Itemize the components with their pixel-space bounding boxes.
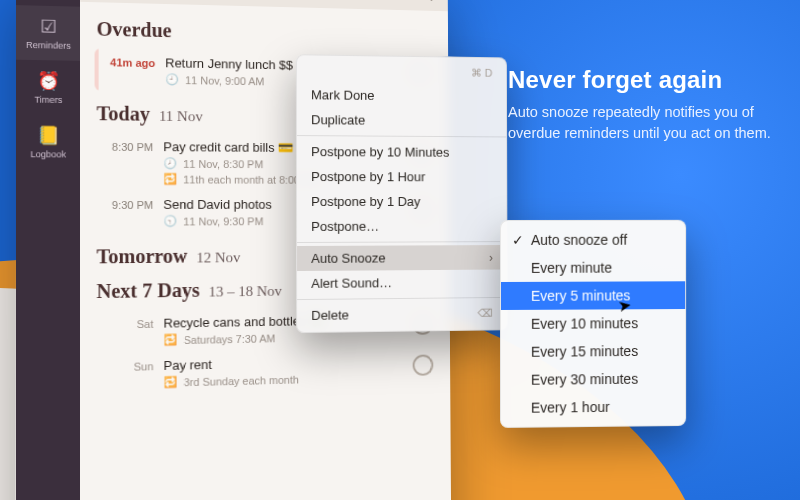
repeat-icon: 🔁: [163, 173, 177, 186]
submenu-label: Auto snooze off: [531, 232, 627, 248]
menu-item-delete[interactable]: Delete ⌫: [297, 301, 507, 328]
sidebar-item-logbook[interactable]: 📒 Logbook: [16, 114, 80, 169]
sidebar-item-label: Logbook: [30, 149, 66, 159]
repeat-icon: 🔁: [163, 333, 177, 346]
menu-label: Auto Snooze: [311, 251, 385, 266]
section-title: Overdue: [97, 18, 172, 41]
submenu-label: Every 15 minutes: [531, 343, 638, 360]
menu-label: Alert Sound…: [311, 275, 392, 291]
menu-separator: [297, 297, 506, 300]
submenu-item-1m[interactable]: Every minute: [501, 254, 685, 282]
menu-label: Mark Done: [311, 87, 375, 103]
chevron-right-icon: ›: [489, 250, 493, 264]
submenu-item-1h[interactable]: Every 1 hour: [501, 392, 685, 422]
chevron-down-icon[interactable]: ⌄: [426, 0, 436, 3]
sidebar-item-timers[interactable]: ⏰ Timers: [16, 60, 80, 115]
clock-icon: 🕤: [163, 215, 177, 228]
menu-label: Postpone by 1 Hour: [311, 169, 425, 184]
menu-item-auto-snooze[interactable]: Auto Snooze ›: [297, 245, 506, 271]
shortcut-label: ⌫: [478, 307, 494, 320]
menu-shortcut-hint: ⌘ D: [297, 59, 506, 85]
section-subtitle: 13 – 18 Nov: [209, 283, 282, 299]
clock-icon: 🕗: [163, 157, 177, 170]
reminder-datetime: 11 Nov, 8:30 PM: [183, 158, 263, 170]
clock-icon: 🕘: [165, 73, 179, 86]
menu-item-postpone-custom[interactable]: Postpone…: [297, 214, 506, 239]
reminder-datetime: 11 Nov, 9:30 PM: [183, 215, 263, 227]
list-item[interactable]: Sun Pay rent 🔁 3rd Sunday each month: [94, 347, 437, 397]
section-subtitle: 12 Nov: [196, 250, 240, 266]
promo-overlay: Never forget again Auto snooze repeatedl…: [508, 66, 778, 144]
reminder-repeat: Saturdays 7:30 AM: [184, 332, 276, 345]
reminder-time: 9:30 PM: [99, 197, 154, 211]
section-title: Tomorrow: [97, 245, 188, 267]
context-menu: ⌘ D Mark Done Duplicate Postpone by 10 M…: [296, 54, 508, 333]
reminder-datetime: 11 Nov, 9:00 AM: [185, 74, 264, 87]
submenu-label: Every 10 minutes: [531, 315, 638, 332]
sidebar-item-label: Reminders: [26, 40, 71, 51]
menu-separator: [297, 135, 506, 137]
menu-separator: [297, 241, 506, 243]
repeat-icon: 🔁: [164, 376, 178, 389]
submenu-item-5m[interactable]: Every 5 minutes: [501, 281, 685, 310]
submenu-item-off[interactable]: ✓ Auto snooze off: [501, 226, 685, 254]
section-title: Next 7 Days: [97, 279, 200, 302]
submenu-label: Every 5 minutes: [531, 287, 631, 303]
menu-label: Duplicate: [311, 112, 365, 127]
submenu-item-15m[interactable]: Every 15 minutes: [501, 337, 685, 366]
auto-snooze-submenu: ✓ Auto snooze off Every minute Every 5 m…: [500, 220, 686, 428]
book-icon: 📒: [16, 124, 80, 146]
menu-label: Postpone by 1 Day: [311, 194, 420, 209]
submenu-label: Every minute: [531, 260, 612, 276]
menu-label: Delete: [311, 308, 349, 323]
sidebar-item-label: Timers: [34, 95, 62, 105]
submenu-item-10m[interactable]: Every 10 minutes: [501, 309, 685, 338]
submenu-label: Every 30 minutes: [531, 371, 638, 388]
sidebar: ☑︎ Reminders ⏰ Timers 📒 Logbook ＋: [15, 0, 80, 500]
reminder-day: Sat: [99, 316, 154, 331]
promo-body: Auto snooze repeatedly notifies you of o…: [508, 102, 778, 144]
checklist-icon: ☑︎: [16, 15, 80, 38]
section-subtitle: 11 Nov: [159, 108, 203, 124]
menu-item-postpone-1h[interactable]: Postpone by 1 Hour: [297, 164, 506, 189]
shortcut-label: ⌘ D: [471, 67, 492, 80]
check-icon: ✓: [511, 232, 525, 248]
complete-toggle[interactable]: [413, 354, 434, 375]
section-overdue: Overdue: [97, 18, 435, 48]
section-title: Today: [97, 102, 150, 124]
menu-item-mark-done[interactable]: Mark Done: [297, 82, 506, 109]
menu-item-postpone-10m[interactable]: Postpone by 10 Minutes: [297, 139, 506, 165]
submenu-label: Every 1 hour: [531, 399, 610, 416]
menu-item-alert-sound[interactable]: Alert Sound…: [297, 269, 507, 296]
menu-item-duplicate[interactable]: Duplicate: [297, 107, 506, 133]
menu-item-postpone-1d[interactable]: Postpone by 1 Day: [297, 189, 506, 214]
alarm-icon: ⏰: [16, 70, 80, 93]
submenu-item-30m[interactable]: Every 30 minutes: [501, 365, 685, 394]
sidebar-item-reminders[interactable]: ☑︎ Reminders: [16, 5, 80, 61]
menu-label: Postpone by 10 Minutes: [311, 144, 449, 160]
reminder-time: 8:30 PM: [99, 139, 154, 153]
reminder-title: Pay rent: [163, 353, 403, 373]
overdue-age: 41m ago: [101, 54, 156, 69]
reminder-day: Sun: [99, 358, 154, 373]
menu-label: Postpone…: [311, 219, 379, 234]
reminder-repeat: 3rd Sunday each month: [184, 373, 299, 387]
promo-title: Never forget again: [508, 66, 778, 94]
